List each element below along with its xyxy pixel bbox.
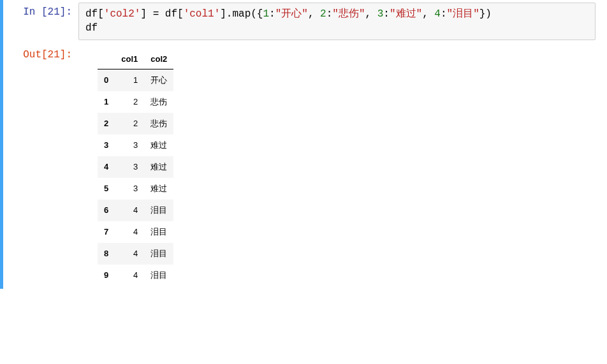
row-index: 1	[98, 91, 115, 113]
cell-col2: 难过	[144, 178, 173, 200]
table-row: 33难过	[98, 135, 173, 156]
row-index: 7	[98, 221, 115, 243]
cell-col2: 悲伤	[144, 113, 173, 135]
cell-col1: 4	[115, 200, 144, 221]
table-row: 94泪目	[98, 265, 173, 286]
in-prompt: In [21]:	[8, 3, 78, 18]
out-prompt: Out[21]:	[8, 45, 78, 61]
table-row: 22悲伤	[98, 113, 173, 135]
row-index: 8	[98, 243, 115, 265]
cell-col2: 泪目	[144, 243, 173, 265]
cell-col2: 泪目	[144, 265, 173, 286]
row-index: 5	[98, 178, 115, 200]
dataframe-table: col1 col2 01开心12悲伤22悲伤33难过43难过53难过64泪目74…	[98, 49, 173, 286]
cell-col1: 4	[115, 243, 144, 265]
table-header-blank	[98, 49, 115, 69]
cell-col1: 3	[115, 135, 144, 156]
cell-col1: 4	[115, 221, 144, 243]
table-body: 01开心12悲伤22悲伤33难过43难过53难过64泪目74泪目84泪目94泪目	[98, 69, 173, 286]
table-row: 01开心	[98, 69, 173, 91]
table-row: 43难过	[98, 156, 173, 178]
cell-col2: 开心	[144, 69, 173, 91]
table-row: 74泪目	[98, 221, 173, 243]
table-header-col2: col2	[144, 49, 173, 69]
cell-col1: 3	[115, 156, 144, 178]
cell-col2: 悲伤	[144, 91, 173, 113]
output-content: col1 col2 01开心12悲伤22悲伤33难过43难过53难过64泪目74…	[78, 45, 173, 286]
table-row: 53难过	[98, 178, 173, 200]
cell-col2: 难过	[144, 135, 173, 156]
row-index: 4	[98, 156, 115, 178]
code-input[interactable]: df['col2'] = df['col1'].map({1:"开心", 2:"…	[78, 3, 596, 40]
cell-col2: 泪目	[144, 200, 173, 221]
row-index: 9	[98, 265, 115, 286]
cell-col1: 2	[115, 113, 144, 135]
table-row: 64泪目	[98, 200, 173, 221]
row-index: 0	[98, 69, 115, 91]
cell-col1: 3	[115, 178, 144, 200]
row-index: 3	[98, 135, 115, 156]
notebook-cell: In [21]: df['col2'] = df['col1'].map({1:…	[0, 0, 607, 289]
table-row: 84泪目	[98, 243, 173, 265]
row-index: 6	[98, 200, 115, 221]
input-area: In [21]: df['col2'] = df['col1'].map({1:…	[8, 3, 607, 40]
cell-col1: 2	[115, 91, 144, 113]
output-area: Out[21]: col1 col2 01开心12悲伤22悲伤33难过43难过5…	[8, 45, 607, 286]
cell-col2: 难过	[144, 156, 173, 178]
table-row: 12悲伤	[98, 91, 173, 113]
table-header-col1: col1	[115, 49, 144, 69]
cell-col1: 1	[115, 69, 144, 91]
cell-col2: 泪目	[144, 221, 173, 243]
cell-col1: 4	[115, 265, 144, 286]
row-index: 2	[98, 113, 115, 135]
